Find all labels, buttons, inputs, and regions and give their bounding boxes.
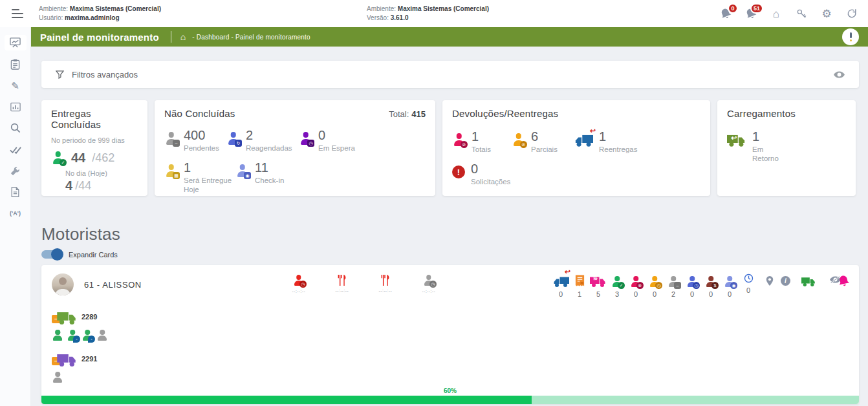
monitoring-dashboard: Ambiente: Maxima Sistemas (Comercial) Us… [0, 0, 868, 406]
card-title: Carregamentos [727, 108, 846, 119]
stat-reagendadas: ↻ 2Reagendadas [226, 128, 299, 153]
ambiente-label: Ambiente: [39, 5, 68, 12]
sidebar-item-tools[interactable] [5, 163, 27, 178]
usuario-value: maxima.adminlog [65, 14, 119, 21]
info-icon[interactable]: i [781, 276, 790, 286]
hamburger-menu-icon[interactable] [12, 9, 25, 18]
period-label: No periodo de 999 dias [51, 136, 138, 144]
environment-info-center: Ambiente: Maxima Sistemas (Comercial) Ve… [367, 5, 489, 23]
helper-green-pin-icon: ◦ [67, 330, 78, 341]
divider [171, 31, 171, 43]
warning-badge[interactable] [842, 28, 859, 45]
person-waiting-icon: ◷ [299, 132, 312, 145]
expand-cards-toggle[interactable] [41, 250, 62, 259]
sidebar: ✎ ('A') [0, 27, 31, 406]
sidebar-item-dashboard[interactable] [5, 35, 27, 50]
counter-rota: ⇅ 5 [590, 273, 607, 298]
counter-tempo: 0 [740, 273, 757, 298]
ambiente-value: Maxima Sistemas (Comercial) [70, 5, 161, 12]
stat-check-in: ◉ 11Check-in [235, 160, 298, 194]
stat-parciais: ⊘ 6Parciais [512, 129, 574, 154]
logout-icon[interactable] [845, 6, 859, 21]
sidebar-item-broadcast[interactable]: ('A') [5, 206, 27, 221]
redelivery-truck-icon: ↩ [574, 133, 593, 154]
person-return-partial-icon: ⊘ [512, 133, 525, 147]
sidebar-item-document[interactable] [5, 184, 27, 200]
progress-label: 60% [41, 387, 859, 394]
vehicle-helpers: ‎ ◦ ◦ [52, 330, 849, 341]
vehicle-helpers [52, 372, 849, 383]
notifications-group[interactable] [830, 275, 850, 287]
counter-concluidas: ✓ 3 [609, 273, 625, 298]
main-content: Filtros avançados Entregas Concluídas No… [31, 47, 868, 406]
advanced-filters-bar[interactable]: Filtros avançados [41, 61, 859, 88]
start-time-cell: ◷ --:--:-- [289, 275, 309, 294]
breadcrumb-home-icon[interactable]: ⌂ [180, 32, 186, 41]
person-check-icon: ✓ [51, 151, 65, 165]
person-rescheduled-icon: ↻ [226, 132, 240, 145]
vehicle-purple-truck-icon: – [52, 350, 80, 367]
motoristas-title: Motoristas [41, 224, 859, 244]
counter-espera: ◷ 0 [646, 273, 663, 298]
card-entregas-concluidas: Entregas Concluídas No periodo de 999 di… [41, 100, 147, 196]
person-clock-red-icon: ◷ [293, 275, 305, 286]
day-label: No dia (Hoje) [51, 169, 138, 177]
helper-gray-icon [52, 372, 63, 383]
person-clock-orange-icon: ◷ [649, 276, 660, 288]
sidebar-item-search[interactable] [5, 120, 27, 136]
restaurant-icon [337, 275, 347, 286]
stat-em-retorno: ↩ 1Em Retorno [727, 129, 786, 163]
stat-sera-entregue-hoje: ▦ 1Será Entregue Hoje [164, 160, 235, 194]
sidebar-item-approvals[interactable] [5, 142, 27, 157]
vehicle-id: 2291 [81, 355, 97, 363]
sidebar-item-edit[interactable]: ✎ [5, 78, 27, 93]
location-pin-icon[interactable] [766, 276, 774, 286]
versao-label: Versão: [367, 14, 389, 21]
sidebar-item-reports[interactable] [5, 99, 27, 114]
title-bar: Painel de monitoramento ⌂ - Dashboard - … [31, 27, 868, 47]
sidebar-item-clipboard[interactable] [5, 56, 27, 72]
stat-em-espera: ◷ 0Em Espera [299, 128, 366, 153]
person-pin-icon: ◉ [724, 276, 735, 288]
eye-icon[interactable] [834, 71, 845, 78]
person-dollar-icon: $ [705, 276, 717, 288]
person-clock-blue-icon: ◷ [686, 276, 698, 288]
bell-pink-icon[interactable] [836, 273, 851, 288]
stat-pendentes: – 400Pendentes [164, 128, 226, 153]
progress-fill [41, 396, 532, 404]
period-total: /462 [92, 151, 114, 165]
person-checkin-icon: ◉ [235, 164, 249, 178]
helper-green-icon [52, 330, 63, 341]
home-icon[interactable]: ⌂ [769, 6, 783, 21]
ambiente-value: Maxima Sistemas (Comercial) [398, 5, 489, 12]
counter-reagendadas: ◷ 0 [684, 273, 700, 298]
driver-card[interactable]: 61 - ALISSON ◷ --:--:-- --:--:-- --:--:-… [41, 265, 859, 404]
alerts-bell-icon[interactable]: 51 [744, 6, 758, 21]
driver-actions: i [766, 275, 850, 287]
stat-reentregas: ↩ 1Reentregas [574, 129, 646, 154]
clock-icon [744, 273, 754, 283]
advanced-filters-label: Filtros avançados [72, 70, 138, 80]
summary-cards: Entregas Concluídas No periodo de 999 di… [41, 100, 859, 196]
return-truck-icon: ↩ [727, 133, 746, 163]
day-value: 4 [65, 178, 72, 193]
vehicle-row[interactable]: – 2289 [52, 308, 849, 325]
end-time-cell: ◷ --:--:-- [419, 275, 439, 294]
notifications-bell-icon[interactable]: 0 [719, 6, 733, 21]
top-header: Ambiente: Maxima Sistemas (Comercial) Us… [0, 0, 868, 27]
vehicle-row[interactable]: – 2291 [52, 350, 849, 367]
gear-icon[interactable]: ⚙ [819, 6, 834, 21]
card-nao-concluidas: Não Concluídas Total: 415 – 400Pendentes… [155, 100, 435, 196]
versao-value: 3.61.0 [391, 14, 409, 21]
person-return-total-icon: ⊘ [452, 133, 466, 147]
card-title: Entregas Concluídas [51, 108, 138, 130]
person-check-icon: ✓ [611, 276, 623, 288]
key-icon[interactable] [794, 6, 808, 21]
vehicle-truck-icon[interactable] [801, 275, 816, 286]
driver-avatar [52, 273, 74, 295]
driver-name: 61 - ALISSON [84, 280, 142, 290]
alerts-badge: 51 [750, 3, 763, 14]
stat-totais: ⊘ 1Totais [452, 129, 512, 154]
person-pending-icon: – [164, 132, 178, 145]
vehicle-id: 2289 [81, 313, 97, 321]
